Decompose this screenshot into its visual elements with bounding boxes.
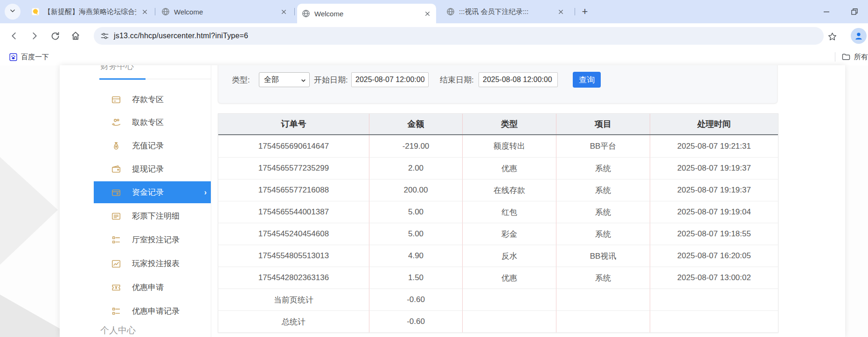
close-tab-button[interactable] — [140, 7, 149, 16]
table-cell: 系统 — [556, 267, 650, 289]
sidebar-item-withdraw-zone[interactable]: 取款专区 — [94, 111, 211, 133]
url-bar[interactable]: js13.cc/hhcp/usercenter.html?iniType=6 — [94, 27, 824, 45]
back-button[interactable] — [8, 30, 20, 41]
table-cell: 2025-08-07 19:21:31 — [650, 135, 778, 157]
table-cell: BB视讯 — [556, 245, 650, 267]
site-info-icon[interactable] — [100, 32, 109, 41]
minimize-button[interactable] — [821, 6, 832, 17]
table-row: 17545655440013875.00红包系统2025-08-07 19:19… — [218, 201, 778, 223]
end-date-input[interactable] — [479, 72, 558, 87]
bookmark-baidu[interactable]: 百度一下 — [7, 51, 52, 63]
sidebar-item-lottery-bet-details[interactable]: 彩票下注明细 — [94, 205, 211, 227]
close-tab-button[interactable] — [423, 9, 431, 18]
type-select-value: 全部 — [264, 75, 279, 85]
table-cell: 1754554805513013 — [218, 245, 369, 267]
money-bag-icon — [111, 141, 121, 151]
restore-icon — [851, 8, 858, 15]
table-cell: 系统 — [556, 223, 650, 245]
table-cell: 反水 — [462, 245, 556, 267]
profile-avatar[interactable] — [851, 28, 867, 44]
all-bookmarks-button[interactable]: 所有书签 — [841, 51, 868, 63]
bookmark-label: 百度一下 — [21, 53, 49, 62]
table-cell: 2025-08-07 19:18:55 — [650, 223, 778, 245]
sidebar-item-label: 玩家投注报表 — [132, 258, 180, 269]
list-icon — [111, 306, 121, 316]
start-date-input[interactable] — [351, 72, 429, 87]
type-select[interactable]: 全部 — [259, 72, 310, 87]
table-cell: 2025-08-07 13:00:02 — [650, 267, 778, 289]
decorative-triangle-left — [0, 157, 58, 265]
site-body: 财务中心 存款专区取款专区充值记录提现记录资金记录›彩票下注明细厅室投注记录玩家… — [60, 65, 845, 337]
sidebar-item-deposit-zone[interactable]: 存款专区 — [94, 89, 211, 110]
tab-1[interactable]: Welcome — [157, 0, 292, 23]
table-cell: 200.00 — [369, 179, 462, 201]
globe-icon — [446, 7, 455, 16]
sidebar-section-title: 财务中心 — [100, 65, 134, 71]
reload-button[interactable] — [49, 30, 61, 41]
tab-active-welcome[interactable]: Welcome — [297, 4, 436, 23]
table-cell: 1754565577235299 — [218, 157, 369, 179]
table-cell: 1754542802363136 — [218, 267, 369, 289]
table-cell — [556, 289, 650, 310]
funds-wallet-icon — [111, 187, 121, 198]
baidu-icon — [9, 53, 17, 61]
table-cell — [462, 310, 556, 332]
tab-separator — [294, 8, 295, 15]
tab-3[interactable]: :::视讯 会员下注纪录::: — [442, 0, 569, 23]
forward-button[interactable] — [29, 30, 40, 41]
detail-card-icon — [111, 211, 121, 221]
table-row: 17545548055130134.90反水BB视讯2025-08-07 16:… — [218, 245, 778, 267]
table-cell: -0.60 — [369, 310, 462, 332]
summary-row: 总统计-0.60 — [218, 310, 778, 332]
sidebar-item-funds-records[interactable]: 资金记录› — [94, 181, 211, 203]
table-cell: 红包 — [462, 201, 556, 223]
chart-icon — [111, 259, 121, 269]
column-header: 金额 — [369, 114, 462, 134]
tab-0[interactable]: 【新提醒】海燕策略论坛综合交 — [27, 0, 153, 23]
bookmark-star-icon — [827, 32, 837, 41]
bookmark-star-button[interactable] — [826, 31, 838, 42]
table-cell: 2025-08-07 19:19:37 — [650, 179, 778, 201]
close-icon — [142, 9, 148, 15]
sidebar-item-player-bet-report[interactable]: 玩家投注报表 — [94, 253, 211, 275]
close-tab-button[interactable] — [279, 7, 288, 16]
sidebar-footer-section-title: 个人中心 — [100, 324, 136, 337]
table-cell: 2025-08-07 19:19:04 — [650, 201, 778, 223]
globe-icon — [161, 7, 170, 16]
table-cell: BB平台 — [556, 135, 650, 157]
back-icon — [9, 31, 19, 41]
column-header: 处理时间 — [650, 114, 778, 134]
sidebar-item-recharge-records[interactable]: 充值记录 — [94, 135, 211, 157]
table-row: 1754565690614647-219.00额度转出BB平台2025-08-0… — [218, 135, 778, 157]
close-icon — [281, 9, 287, 15]
hand-coin-icon — [111, 117, 121, 128]
query-button[interactable]: 查询 — [573, 72, 601, 88]
sidebar-item-promo-apply[interactable]: 优惠申请 — [94, 276, 211, 298]
table-cell — [556, 310, 650, 332]
sidebar-item-withdrawal-records[interactable]: 提现记录 — [94, 158, 211, 180]
new-tab-button[interactable]: + — [578, 5, 591, 18]
tab-title: Welcome — [314, 10, 419, 18]
sidebar: 财务中心 存款专区取款专区充值记录提现记录资金记录›彩票下注明细厅室投注记录玩家… — [94, 65, 211, 337]
table-cell: 系统 — [556, 179, 650, 201]
chevron-right-icon: › — [204, 188, 207, 197]
restore-button[interactable] — [849, 6, 860, 17]
home-icon — [70, 31, 81, 41]
home-button[interactable] — [70, 30, 81, 41]
tab-title: 【新提醒】海燕策略论坛综合交 — [44, 7, 136, 16]
table-cell: 2025-08-07 16:20:05 — [650, 245, 778, 267]
browser-window: { "browser": { "tabs": [ {"title": "【新提醒… — [0, 0, 868, 337]
section-divider-accent — [99, 78, 146, 80]
start-date-label: 开始日期: — [314, 72, 348, 87]
all-bookmarks-label: 所有书签 — [854, 53, 868, 62]
tab-search-button[interactable] — [5, 4, 21, 20]
tab-separator — [575, 8, 575, 15]
close-tab-button[interactable] — [556, 7, 565, 16]
sidebar-item-promo-apply-records[interactable]: 优惠申请记录 — [94, 300, 211, 322]
sidebar-item-hall-bet-records[interactable]: 厅室投注记录 — [94, 229, 211, 251]
tab-strip: 【新提醒】海燕策略论坛综合交WelcomeWelcome:::视讯 会员下注纪录… — [0, 0, 868, 23]
sidebar-item-label: 优惠申请记录 — [132, 306, 180, 316]
list-icon — [111, 235, 121, 245]
sidebar-item-label: 提现记录 — [132, 164, 164, 174]
funds-table: 订单号金额类型项目处理时间1754565690614647-219.00额度转出… — [218, 113, 778, 333]
